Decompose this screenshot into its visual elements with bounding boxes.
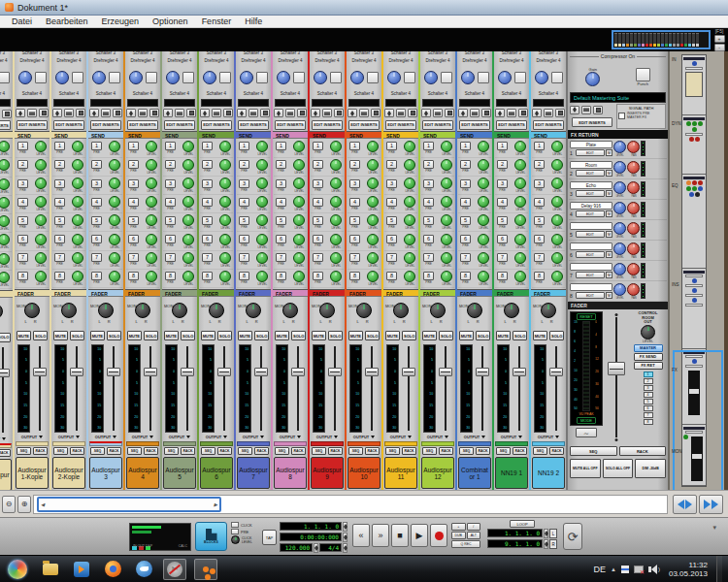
send-8-pre-button[interactable]: 8 [54,272,65,280]
fx-return-name-display[interactable] [570,283,612,291]
output-selector[interactable]: OUTPUT [383,433,418,441]
send-7-pre-button[interactable]: 7 [534,253,545,262]
send-2-level-knob[interactable] [293,159,305,171]
taskbar-firefox-icon[interactable] [101,559,124,580]
send-6-level-knob[interactable] [72,234,83,245]
send-3-level-knob[interactable] [404,178,415,189]
action-center-icon[interactable] [621,566,629,573]
patch-folder-icon[interactable] [285,109,295,117]
send-8-pre-button[interactable]: 8 [497,272,508,280]
mute-button[interactable]: MUTE [533,331,547,340]
channel-fader[interactable] [548,344,564,434]
rack-button[interactable]: RACK [107,447,121,455]
navigator-zoom-out-button[interactable]: - [714,44,725,51]
solo-button[interactable]: SOLO [181,331,195,340]
send-2-level-knob[interactable] [182,159,194,171]
solo-button[interactable]: SOLO [0,333,11,342]
mute-button[interactable]: MUTE [201,331,215,340]
send-1-pre-button[interactable]: 1 [17,142,28,150]
send-3-level-knob[interactable] [109,178,120,189]
send-6-pre-button[interactable]: 6 [276,235,286,243]
rack-button[interactable]: RACK [144,447,158,455]
insert-patch-display[interactable] [496,99,527,107]
fader-handle[interactable] [144,368,157,376]
send-8-pre-button[interactable]: 8 [91,272,102,280]
send-2-pre-button[interactable]: 2 [534,160,545,169]
send-2-level-knob[interactable] [551,159,563,171]
send-7-pre-button[interactable]: 7 [276,253,286,262]
send-5-pre-button[interactable]: 5 [165,216,176,225]
insert-rotary4-knob[interactable] [498,71,512,84]
send-2-level-knob[interactable] [146,159,157,171]
patch-spinner[interactable] [200,109,210,117]
send-8-level-knob[interactable] [72,271,83,282]
patch-save-icon[interactable] [39,109,49,117]
send-8-pre-button[interactable]: 8 [349,272,360,280]
navigator-section-ins[interactable] [682,269,706,350]
patch-spinner[interactable] [347,109,357,117]
insert-switch4-button[interactable] [72,72,83,83]
send-2-pre-button[interactable]: 2 [17,160,28,169]
menu-fenster[interactable]: Fenster [196,16,238,26]
bus-2-button[interactable]: 2 [644,378,653,384]
channel-name[interactable]: Audiospur 10 [347,457,381,489]
send-8-pre-button[interactable]: 8 [313,272,323,280]
pan-knob[interactable] [135,303,150,318]
edit-inserts-button[interactable]: EDIT INSERTS [164,120,195,130]
send-7-pre-button[interactable]: 7 [386,253,397,262]
seq-button[interactable]: SEQ [238,447,252,455]
insert-rotary4-knob[interactable] [240,71,253,84]
tap-tempo-button[interactable]: TAP [262,530,277,545]
fx-return-name-display[interactable] [570,242,612,250]
channel-fader[interactable] [69,344,84,434]
loop-cycle-button[interactable]: ⟳ [563,523,582,550]
send-5-level-knob[interactable] [146,214,157,226]
send-8-level-knob[interactable] [35,271,47,282]
tempo-display[interactable]: 120.000 [280,543,313,552]
fx-return-edit-button[interactable]: EDIT [576,231,605,238]
loop-right-display[interactable]: 9. 1. 1. 0 [487,539,543,548]
channel-name[interactable]: Audiospur 4 [126,457,159,489]
send-1-level-knob[interactable] [109,141,120,152]
solo-button[interactable]: SOLO [107,331,121,340]
send-2-pre-button[interactable]: 2 [460,160,471,169]
insert-switch4-button[interactable] [514,72,526,83]
insert-switch4-button[interactable] [0,72,10,83]
send-1-level-knob[interactable] [256,141,268,152]
send-7-level-knob[interactable] [109,252,120,264]
send-5-level-knob[interactable] [514,214,526,226]
channel-name[interactable]: Audiospur 9 [311,457,344,489]
time-signature-display[interactable]: 4/4 [319,543,342,552]
fx-return-pan-knob[interactable] [627,283,640,296]
send-5-level-knob[interactable] [0,215,10,227]
send-6-level-knob[interactable] [256,234,268,245]
send-3-level-knob[interactable] [0,178,10,190]
mute-button[interactable]: MUTE [90,331,105,340]
send-4-level-knob[interactable] [35,196,47,208]
send-7-level-knob[interactable] [404,252,415,264]
seq-button[interactable]: SEQ [164,447,179,455]
send-2-pre-button[interactable]: 2 [276,160,286,169]
loop-left-spinner[interactable] [544,529,548,538]
solo-button[interactable]: SOLO [70,331,84,340]
channel-name[interactable]: Combinator 1 [458,457,491,489]
send-3-level-knob[interactable] [551,178,563,189]
edit-inserts-button[interactable]: EDIT INSERTS [53,120,84,130]
loop-left-set-button[interactable]: L [549,529,557,538]
taskbar-audio-app-icon[interactable]: ✂ [163,559,186,580]
pan-knob[interactable] [24,303,40,318]
channel-name[interactable]: Audiospur 6 [200,457,233,489]
output-selector[interactable]: OUTPUT [125,433,160,441]
menu-bearbeiten[interactable]: Bearbeiten [40,16,94,26]
channel-fader[interactable] [180,344,195,434]
send-4-pre-button[interactable]: 4 [91,198,102,207]
channel-fader[interactable] [475,344,490,434]
send-1-level-knob[interactable] [146,141,157,152]
send-5-pre-button[interactable]: 5 [54,216,65,225]
channel-name[interactable]: Audiospur [0,459,12,490]
patch-folder-icon[interactable] [470,109,480,117]
mute-button[interactable]: MUTE [385,331,400,340]
send-3-level-knob[interactable] [182,178,194,189]
pan-knob[interactable] [356,303,372,318]
send-5-level-knob[interactable] [441,214,452,226]
